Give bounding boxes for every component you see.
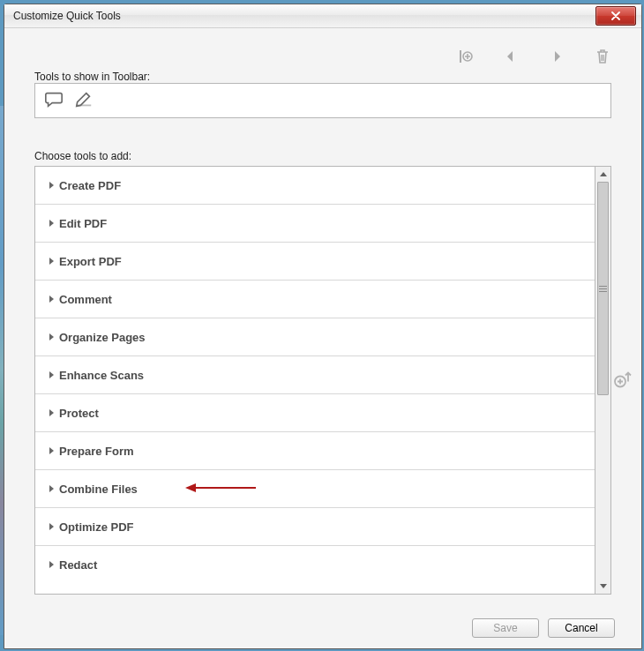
scroll-down-button[interactable] — [595, 579, 610, 594]
category-label: Combine Files — [59, 483, 138, 496]
toolbar-label: Tools to show in Toolbar: — [34, 71, 150, 83]
pencil-icon[interactable] — [74, 90, 94, 112]
category-label: Optimize PDF — [59, 520, 134, 534]
chevron-right-icon — [49, 561, 54, 568]
tool-list-container: Create PDFEdit PDFExport PDFCommentOrgan… — [34, 166, 611, 595]
category-label: Redact — [59, 558, 97, 572]
category-row[interactable]: Edit PDF — [35, 205, 595, 243]
delete-button[interactable] — [594, 48, 611, 65]
category-label: Prepare Form — [59, 445, 134, 458]
chevron-right-icon — [49, 258, 54, 265]
choose-label: Choose tools to add: — [34, 150, 611, 162]
add-divider-button[interactable] — [456, 48, 474, 65]
chevron-up-icon — [600, 172, 607, 176]
dialog-body: Tools to show in Toolbar: Choose tools t… — [4, 28, 641, 649]
svg-marker-4 — [185, 483, 196, 492]
chevron-right-icon — [49, 485, 54, 492]
move-left-button[interactable] — [502, 48, 520, 65]
close-button[interactable] — [595, 6, 636, 26]
add-tool-up-button[interactable] — [613, 370, 633, 392]
category-label: Export PDF — [59, 255, 122, 268]
dialog-window: Customize Quick Tools Tools to show in T… — [4, 4, 642, 649]
current-toolbar[interactable] — [34, 83, 611, 118]
chevron-right-icon — [49, 409, 54, 416]
category-row[interactable]: Export PDF — [35, 243, 595, 281]
category-row[interactable]: Combine Files — [35, 470, 595, 508]
category-row[interactable]: Create PDF — [35, 167, 595, 205]
category-row[interactable]: Protect — [35, 394, 595, 432]
chevron-down-icon — [600, 584, 607, 588]
window-title: Customize Quick Tools — [13, 10, 121, 22]
annotation-arrow-icon — [185, 482, 256, 494]
tool-category-list[interactable]: Create PDFEdit PDFExport PDFCommentOrgan… — [34, 166, 595, 595]
category-row[interactable]: Comment — [35, 281, 595, 318]
comment-icon[interactable] — [44, 90, 64, 112]
save-button[interactable]: Save — [472, 618, 539, 638]
category-row[interactable]: Optimize PDF — [35, 508, 595, 546]
dialog-footer: Save Cancel — [4, 607, 641, 649]
scroll-grip-icon — [599, 286, 607, 292]
chevron-right-icon — [49, 296, 54, 303]
scrollbar[interactable] — [595, 166, 611, 595]
chevron-right-icon — [49, 447, 54, 454]
move-right-button[interactable] — [548, 48, 565, 65]
category-label: Enhance Scans — [59, 369, 144, 382]
scroll-thumb[interactable] — [597, 182, 609, 395]
chevron-right-icon — [49, 523, 54, 530]
category-label: Protect — [59, 407, 99, 420]
scroll-up-button[interactable] — [595, 167, 610, 182]
toolbar-controls — [34, 44, 611, 69]
category-row[interactable]: Redact — [35, 546, 595, 583]
close-icon — [610, 11, 621, 20]
chevron-right-icon — [49, 182, 54, 189]
scroll-track[interactable] — [595, 182, 610, 579]
category-row[interactable]: Enhance Scans — [35, 356, 595, 394]
chevron-right-icon — [49, 333, 54, 340]
chevron-right-icon — [49, 220, 54, 227]
category-label: Edit PDF — [59, 217, 107, 230]
category-label: Organize Pages — [59, 331, 146, 344]
cancel-button[interactable]: Cancel — [548, 618, 615, 638]
category-row[interactable]: Prepare Form — [35, 432, 595, 470]
category-label: Create PDF — [59, 179, 121, 192]
category-row[interactable]: Organize Pages — [35, 318, 595, 356]
chevron-right-icon — [49, 371, 54, 378]
titlebar[interactable]: Customize Quick Tools — [4, 4, 641, 28]
category-label: Comment — [59, 293, 112, 306]
